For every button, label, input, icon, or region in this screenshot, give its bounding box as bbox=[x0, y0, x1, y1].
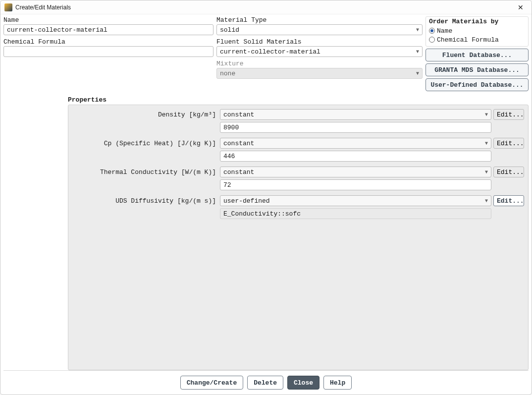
thermal-method-value: constant bbox=[223, 169, 254, 176]
chevron-down-icon: ▼ bbox=[485, 198, 488, 204]
uds-value-display: E_Conductivity::sofc bbox=[220, 208, 491, 219]
mixture-select: none ▼ bbox=[216, 68, 423, 79]
thermal-method-select[interactable]: constant ▼ bbox=[220, 167, 491, 177]
chevron-down-icon: ▼ bbox=[416, 49, 419, 55]
chevron-down-icon: ▼ bbox=[485, 141, 488, 146]
order-by-formula-radio[interactable]: Chemical Formula bbox=[429, 35, 525, 44]
name-label: Name bbox=[3, 16, 213, 24]
properties-label: Properties bbox=[68, 96, 529, 104]
top-section: Name Chemical Formula Material Type soli… bbox=[3, 16, 529, 93]
prop-value-row-thermal bbox=[72, 179, 524, 190]
thermal-edit-button[interactable]: Edit... bbox=[493, 167, 524, 177]
density-method-value: constant bbox=[223, 111, 254, 118]
prop-value-row-cp bbox=[72, 151, 524, 162]
fluent-solid-label: Fluent Solid Materials bbox=[216, 38, 423, 46]
prop-label-uds: UDS Diffusivity [kg/(m s)] bbox=[72, 197, 218, 205]
dialog-content: Name Chemical Formula Material Type soli… bbox=[0, 14, 532, 395]
close-button[interactable]: Close bbox=[287, 376, 319, 390]
prop-row-uds: UDS Diffusivity [kg/(m s)] user-defined … bbox=[72, 195, 524, 206]
thermal-value-input[interactable] bbox=[220, 179, 491, 190]
density-edit-button[interactable]: Edit... bbox=[493, 109, 524, 120]
app-icon bbox=[4, 3, 12, 11]
prop-value-row-uds: E_Conductivity::sofc bbox=[72, 208, 524, 219]
cp-edit-button[interactable]: Edit... bbox=[493, 138, 524, 149]
formula-input[interactable] bbox=[3, 46, 213, 57]
properties-section: Properties Density [kg/m³] constant ▼ Ed… bbox=[68, 96, 529, 370]
dialog-footer: Change/Create Delete Close Help bbox=[3, 370, 529, 395]
mixture-value: none bbox=[220, 70, 235, 77]
col-mid: Material Type solid ▼ Fluent Solid Mater… bbox=[216, 16, 423, 93]
uds-method-select[interactable]: user-defined ▼ bbox=[220, 195, 491, 206]
col-right: Order Materials by Name Chemical Formula… bbox=[426, 16, 529, 93]
uds-value-text: E_Conductivity::sofc bbox=[223, 210, 301, 218]
user-database-button[interactable]: User-Defined Database... bbox=[426, 78, 529, 91]
density-value-input[interactable] bbox=[220, 122, 491, 133]
fluent-database-button[interactable]: Fluent Database... bbox=[426, 49, 529, 61]
radio-icon bbox=[429, 28, 435, 34]
uds-edit-button[interactable]: Edit... bbox=[493, 195, 524, 206]
col-left: Name Chemical Formula bbox=[3, 16, 213, 93]
chevron-down-icon: ▼ bbox=[416, 71, 419, 76]
fluent-solid-select[interactable]: current-collector-material ▼ bbox=[216, 46, 423, 57]
order-by-formula-text: Chemical Formula bbox=[437, 36, 499, 44]
prop-label-thermal: Thermal Conductivity [W/(m K)] bbox=[72, 169, 218, 176]
prop-label-cp: Cp (Specific Heat) [J/(kg K)] bbox=[72, 140, 218, 147]
order-by-panel: Order Materials by Name Chemical Formula bbox=[426, 16, 529, 47]
properties-panel: Density [kg/m³] constant ▼ Edit... bbox=[68, 105, 529, 370]
chevron-down-icon: ▼ bbox=[485, 169, 488, 175]
uds-method-value: user-defined bbox=[223, 197, 270, 205]
window-title: Create/Edit Materials bbox=[15, 4, 514, 11]
order-by-name-radio[interactable]: Name bbox=[429, 26, 525, 35]
material-type-select[interactable]: solid ▼ bbox=[216, 24, 423, 35]
prop-row-thermal: Thermal Conductivity [W/(m K)] constant … bbox=[72, 167, 524, 177]
close-icon[interactable]: ✕ bbox=[514, 2, 528, 12]
chevron-down-icon: ▼ bbox=[416, 27, 419, 33]
materials-dialog: Create/Edit Materials ✕ Name Chemical Fo… bbox=[0, 0, 532, 395]
change-create-button[interactable]: Change/Create bbox=[180, 376, 243, 390]
material-type-label: Material Type bbox=[216, 16, 423, 24]
help-button[interactable]: Help bbox=[323, 376, 352, 390]
cp-value-input[interactable] bbox=[220, 151, 491, 162]
order-by-label: Order Materials by bbox=[429, 18, 525, 25]
mixture-label: Mixture bbox=[216, 60, 423, 67]
cp-method-select[interactable]: constant ▼ bbox=[220, 138, 491, 149]
fluent-solid-value: current-collector-material bbox=[220, 48, 320, 56]
formula-label: Chemical Formula bbox=[3, 38, 213, 46]
prop-row-cp: Cp (Specific Heat) [J/(kg K)] constant ▼… bbox=[72, 138, 524, 149]
name-input[interactable] bbox=[3, 24, 213, 35]
radio-icon bbox=[429, 37, 435, 43]
prop-value-row-density bbox=[72, 122, 524, 133]
order-by-name-text: Name bbox=[437, 27, 452, 35]
prop-row-density: Density [kg/m³] constant ▼ Edit... bbox=[72, 109, 524, 120]
titlebar: Create/Edit Materials ✕ bbox=[0, 0, 532, 14]
chevron-down-icon: ▼ bbox=[485, 112, 488, 117]
cp-method-value: constant bbox=[223, 140, 254, 147]
granta-database-button[interactable]: GRANTA MDS Database... bbox=[426, 63, 529, 76]
density-method-select[interactable]: constant ▼ bbox=[220, 109, 491, 120]
prop-label-density: Density [kg/m³] bbox=[72, 111, 218, 118]
delete-button[interactable]: Delete bbox=[247, 376, 283, 390]
material-type-value: solid bbox=[220, 26, 239, 34]
